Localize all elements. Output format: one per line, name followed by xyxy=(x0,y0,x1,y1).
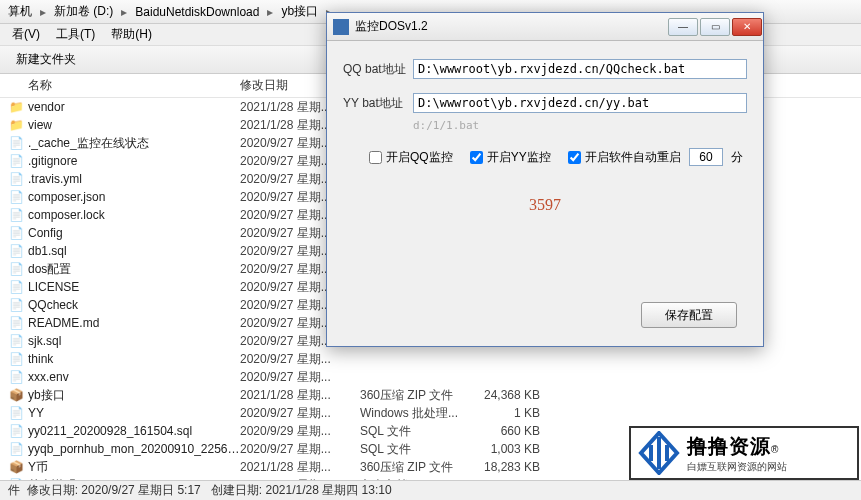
file-size: 660 KB xyxy=(470,424,550,438)
file-size: 24,368 KB xyxy=(470,388,550,402)
watermark-subtitle: 白嫖互联网资源的网站 xyxy=(687,460,787,474)
registered-icon: ® xyxy=(771,444,778,455)
yy-bat-input[interactable] xyxy=(413,93,747,113)
yy-bat-label: YY bat地址 xyxy=(343,95,413,112)
save-config-button[interactable]: 保存配置 xyxy=(641,302,737,328)
file-date: 2020/9/27 星期... xyxy=(240,369,360,386)
file-name: yyqb_pornhub_mon_20200910_22565... xyxy=(28,442,240,456)
menu-view[interactable]: 看(V) xyxy=(4,26,48,43)
monitor-dos-dialog: 监控DOSv1.2 — ▭ ✕ QQ bat地址 YY bat地址 d:/1/1… xyxy=(326,12,764,347)
file-name: view xyxy=(28,118,240,132)
file-size: 1 KB xyxy=(470,406,550,420)
qq-bat-input[interactable] xyxy=(413,59,747,79)
status-create-value: 2021/1/28 星期四 13:10 xyxy=(265,482,391,499)
file-name: composer.lock xyxy=(28,208,240,222)
file-name: yy0211_20200928_161504.sql xyxy=(28,424,240,438)
file-name: yb接口 xyxy=(28,387,240,404)
file-type: Windows 批处理... xyxy=(360,405,470,422)
file-icon: 📄 xyxy=(8,171,24,187)
breadcrumb-item[interactable]: BaiduNetdiskDownload xyxy=(131,5,263,19)
chevron-right-icon: ▸ xyxy=(36,5,50,19)
file-name: LICENSE xyxy=(28,280,240,294)
file-name: .travis.yml xyxy=(28,172,240,186)
file-name: xxx.env xyxy=(28,370,240,384)
file-row[interactable]: 📦yb接口2021/1/28 星期...360压缩 ZIP 文件24,368 K… xyxy=(0,386,861,404)
file-name: composer.json xyxy=(28,190,240,204)
app-icon xyxy=(333,19,349,35)
file-date: 2020/9/27 星期... xyxy=(240,405,360,422)
qq-bat-label: QQ bat地址 xyxy=(343,61,413,78)
minimize-button[interactable]: — xyxy=(668,18,698,36)
file-name: dos配置 xyxy=(28,261,240,278)
file-icon: 📄 xyxy=(8,225,24,241)
status-mod-value: 2020/9/27 星期日 5:17 xyxy=(81,482,200,499)
enable-autorestart-checkbox[interactable] xyxy=(568,151,581,164)
file-icon: 📄 xyxy=(8,153,24,169)
maximize-button[interactable]: ▭ xyxy=(700,18,730,36)
folder-icon: 📁 xyxy=(8,117,24,133)
file-icon: 📄 xyxy=(8,441,24,457)
dialog-title: 监控DOSv1.2 xyxy=(355,18,667,35)
status-prefix: 件 xyxy=(8,482,20,499)
file-row[interactable]: 📄xxx.env2020/9/27 星期... xyxy=(0,368,861,386)
enable-qq-label: 开启QQ监控 xyxy=(386,149,453,166)
file-name: QQcheck xyxy=(28,298,240,312)
file-row[interactable]: 📄YY2020/9/27 星期...Windows 批处理...1 KB xyxy=(0,404,861,422)
new-folder-button[interactable]: 新建文件夹 xyxy=(8,49,84,70)
file-date: 2020/9/27 星期... xyxy=(240,351,360,368)
status-mod-label: 修改日期: xyxy=(27,482,78,499)
column-name[interactable]: 名称 xyxy=(0,77,240,94)
enable-yy-label: 开启YY监控 xyxy=(487,149,551,166)
file-name: ._cache_监控在线状态 xyxy=(28,135,240,152)
path-hint: d:/1/1.bat xyxy=(413,119,747,132)
file-name: vendor xyxy=(28,100,240,114)
watermark-logo: 撸撸资源® 白嫖互联网资源的网站 xyxy=(629,426,859,480)
close-button[interactable]: ✕ xyxy=(732,18,762,36)
menu-tools[interactable]: 工具(T) xyxy=(48,26,103,43)
file-icon: 📄 xyxy=(8,261,24,277)
file-date: 2020/9/29 星期... xyxy=(240,423,360,440)
file-icon: 📄 xyxy=(8,333,24,349)
file-type: 360压缩 ZIP 文件 xyxy=(360,459,470,476)
file-icon: 📄 xyxy=(8,405,24,421)
file-name: .gitignore xyxy=(28,154,240,168)
file-icon: 📄 xyxy=(8,369,24,385)
file-date: 2021/1/28 星期... xyxy=(240,459,360,476)
breadcrumb-item[interactable]: 算机 xyxy=(4,3,36,20)
interval-input[interactable] xyxy=(689,148,723,166)
enable-autorestart-label: 开启软件自动重启 xyxy=(585,149,681,166)
countdown-value: 3597 xyxy=(343,196,747,214)
file-name: db1.sql xyxy=(28,244,240,258)
file-icon: 📄 xyxy=(8,243,24,259)
enable-qq-checkbox[interactable] xyxy=(369,151,382,164)
file-icon: 📄 xyxy=(8,297,24,313)
status-create-label: 创建日期: xyxy=(211,482,262,499)
file-row[interactable]: 📄think2020/9/27 星期... xyxy=(0,350,861,368)
file-type: SQL 文件 xyxy=(360,441,470,458)
file-icon: 📄 xyxy=(8,135,24,151)
file-icon: 📄 xyxy=(8,351,24,367)
file-icon: 📄 xyxy=(8,189,24,205)
file-icon: 📄 xyxy=(8,207,24,223)
file-date: 2020/9/27 星期... xyxy=(240,441,360,458)
folder-icon: 📁 xyxy=(8,99,24,115)
zip-icon: 📦 xyxy=(8,459,24,475)
file-type: SQL 文件 xyxy=(360,423,470,440)
breadcrumb-item[interactable]: yb接口 xyxy=(277,3,322,20)
watermark-title: 撸撸资源 xyxy=(687,435,771,457)
enable-yy-checkbox[interactable] xyxy=(470,151,483,164)
file-name: YY xyxy=(28,406,240,420)
file-name: sjk.sql xyxy=(28,334,240,348)
logo-icon xyxy=(637,431,681,475)
file-date: 2021/1/28 星期... xyxy=(240,387,360,404)
chevron-right-icon: ▸ xyxy=(117,5,131,19)
file-name: README.md xyxy=(28,316,240,330)
dialog-titlebar[interactable]: 监控DOSv1.2 — ▭ ✕ xyxy=(327,13,763,41)
file-size: 18,283 KB xyxy=(470,460,550,474)
file-type: 360压缩 ZIP 文件 xyxy=(360,387,470,404)
file-icon: 📄 xyxy=(8,423,24,439)
zip-icon: 📦 xyxy=(8,387,24,403)
menu-help[interactable]: 帮助(H) xyxy=(103,26,160,43)
breadcrumb-item[interactable]: 新加卷 (D:) xyxy=(50,3,117,20)
file-name: Y币 xyxy=(28,459,240,476)
